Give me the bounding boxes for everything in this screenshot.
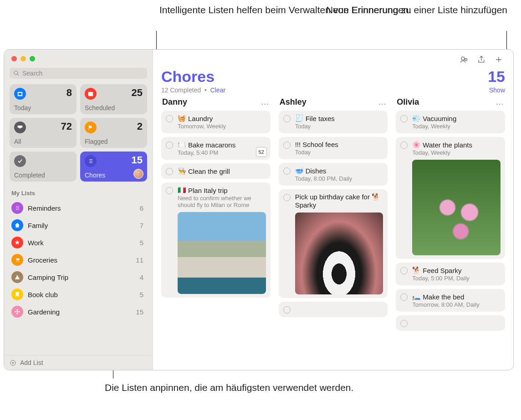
list-name: Gardening [28, 308, 136, 316]
smart-card-today[interactable]: 8 Today [10, 84, 77, 114]
svg-point-7 [17, 313, 18, 314]
smart-lists-grid: 8 Today 25 Scheduled 72 All [10, 84, 147, 182]
list-name: Reminders [28, 204, 140, 212]
complete-checkbox[interactable] [283, 194, 291, 201]
sidebar-list-work[interactable]: Work5 [10, 234, 147, 251]
new-reminder-slot[interactable] [279, 302, 388, 317]
sidebar-list-groceries[interactable]: Groceries11 [10, 251, 147, 268]
reminder-emoji-icon: 🐕 [412, 266, 421, 274]
reminder-sub: Today, Weekly [412, 149, 501, 156]
smart-card-scheduled[interactable]: 25 Scheduled [80, 84, 147, 114]
search-icon [13, 70, 20, 76]
smart-label: Chores [85, 172, 105, 179]
column-title: Olivia [397, 97, 419, 107]
svg-point-3 [16, 261, 17, 262]
reminder-emoji-icon: 👨‍🍳 [178, 167, 186, 175]
calendar-today-icon [14, 88, 26, 100]
list-header: Chores 15 [161, 68, 505, 86]
show-completed-button[interactable]: Show [489, 86, 505, 94]
traffic-lights [10, 54, 147, 68]
smart-card-completed[interactable]: Completed [10, 152, 77, 182]
clear-completed-button[interactable]: Clear [210, 86, 225, 94]
add-list-button[interactable]: Add List [4, 355, 153, 370]
complete-checkbox[interactable] [166, 115, 173, 122]
reminder-image [295, 213, 383, 294]
column-title: Ashley [280, 97, 306, 107]
minimize-window-button[interactable] [20, 56, 26, 61]
reminder-card[interactable]: 🧺LaundryTomorrow, Weekly [161, 111, 271, 133]
reminder-card[interactable]: 🌸Water the plantsToday, Weekly [396, 137, 505, 259]
star-icon [11, 237, 23, 248]
complete-checkbox[interactable] [400, 267, 408, 274]
reminder-card[interactable]: !!! School feesToday [279, 137, 388, 159]
list-icon [11, 202, 23, 214]
smart-label: All [14, 138, 21, 145]
smart-card-chores[interactable]: 15 Chores [80, 152, 147, 182]
sidebar-list-reminders[interactable]: Reminders6 [10, 199, 147, 217]
sidebar-list-gardening[interactable]: Gardening15 [10, 303, 147, 320]
collaborate-icon[interactable] [460, 55, 469, 64]
reminder-card[interactable]: 💨VacuumingToday, Weekly [396, 111, 505, 133]
search-field[interactable]: Search [10, 68, 147, 79]
completed-count: 12 Completed [161, 86, 201, 94]
svg-point-9 [19, 311, 20, 313]
tent-icon [11, 271, 23, 283]
complete-checkbox[interactable] [166, 187, 173, 194]
reminder-sub: Need to confirm whether we should fly to… [178, 195, 266, 208]
sidebar-list-camping-trip[interactable]: Camping Trip4 [10, 268, 147, 286]
smart-count: 25 [132, 87, 143, 99]
complete-checkbox[interactable] [400, 142, 408, 149]
reminder-sub: Today [295, 123, 383, 130]
complete-checkbox[interactable] [400, 115, 408, 122]
reminder-emoji-icon: 💨 [412, 114, 421, 122]
reminder-card[interactable]: 🥣DishesToday, 8:00 PM, Daily [279, 163, 388, 186]
complete-checkbox[interactable] [283, 306, 291, 314]
plus-circle-icon [10, 359, 16, 366]
reminder-title: 🌸Water the plants [412, 141, 501, 149]
add-list-label: Add List [20, 359, 43, 366]
reminder-card[interactable]: 🍽️Bake macaronsToday, 5:40 PM52 [161, 137, 271, 160]
list-name: Groceries [28, 256, 136, 264]
complete-checkbox[interactable] [400, 293, 408, 301]
reminder-image [412, 160, 501, 255]
close-window-button[interactable] [11, 56, 17, 61]
reminder-emoji-icon: 🇮🇹 [178, 186, 186, 194]
sidebar-list-book-club[interactable]: Book club5 [10, 286, 147, 303]
list-title: Chores [161, 68, 215, 86]
shared-avatar [133, 169, 143, 179]
share-icon[interactable] [477, 55, 486, 64]
add-reminder-icon[interactable] [494, 55, 503, 64]
reminder-card[interactable]: 🛏️Make the bedTomorrow, 8:00 AM, Daily [396, 289, 505, 312]
column-more-button[interactable]: … [495, 97, 504, 107]
list-count: 6 [140, 204, 143, 212]
list-name: Work [28, 239, 140, 247]
reminder-card[interactable]: Pick up birthday cake for 🐕 Sparky [279, 189, 388, 298]
smart-card-all[interactable]: 72 All [10, 118, 77, 148]
column-ashley: Ashley…🧾File taxesToday!!! School feesTo… [279, 97, 388, 370]
complete-checkbox[interactable] [166, 142, 173, 149]
complete-checkbox[interactable] [400, 320, 408, 327]
smart-label: Flagged [85, 138, 108, 145]
complete-checkbox[interactable] [283, 115, 291, 122]
reminders-window: Search 8 Today 25 Scheduled [4, 49, 514, 370]
reminder-card[interactable]: 👨‍🍳Clean the grill [161, 163, 271, 179]
complete-checkbox[interactable] [283, 167, 291, 175]
smart-count: 2 [137, 121, 143, 132]
reminder-title: Pick up birthday cake for 🐕 Sparky [295, 193, 383, 209]
column-more-button[interactable]: … [378, 97, 387, 107]
sidebar-list-family[interactable]: Family7 [10, 217, 147, 234]
new-reminder-slot[interactable] [396, 315, 505, 331]
reminder-card[interactable]: 🇮🇹Plan Italy tripNeed to confirm whether… [161, 182, 271, 298]
reminder-card[interactable]: 🐕Feed SparkyToday, 5:00 PM, Daily [396, 263, 505, 285]
reminder-sub: Today, Weekly [412, 123, 501, 130]
complete-checkbox[interactable] [283, 142, 291, 149]
complete-checkbox[interactable] [166, 168, 173, 175]
list-count: 7 [140, 222, 143, 229]
column-more-button[interactable]: … [261, 97, 270, 107]
reminder-card[interactable]: 🧾File taxesToday [279, 111, 388, 133]
smart-label: Today [14, 104, 31, 111]
smart-label: Completed [14, 172, 45, 179]
sidebar: Search 8 Today 25 Scheduled [4, 50, 153, 370]
maximize-window-button[interactable] [30, 56, 35, 61]
smart-card-flagged[interactable]: 2 Flagged [80, 118, 147, 148]
